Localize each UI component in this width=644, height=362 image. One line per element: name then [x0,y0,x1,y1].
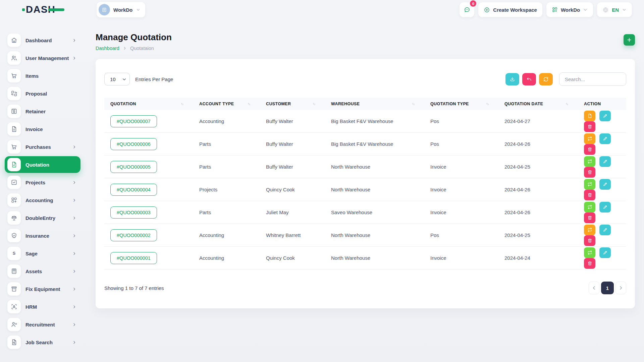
quotation-number-badge[interactable]: #QUOO000007 [110,115,157,127]
shield-icon [7,229,21,242]
delete-button[interactable] [584,213,595,223]
quotation-number-badge[interactable]: #QUOO000003 [110,206,157,219]
swap-icon [7,87,21,100]
language-menu-button[interactable]: EN [597,2,632,17]
sidebar-item-projects[interactable]: Projects [5,174,80,191]
check-square-icon [7,176,21,189]
page-number-button[interactable]: 1 [601,282,614,294]
sidebar-item-insurance[interactable]: Insurance [5,227,80,244]
edit-button[interactable] [599,225,611,235]
entries-per-page-select[interactable]: 10 [104,73,130,85]
workspace-selector[interactable]: WorkDo [97,2,145,17]
cell-quotation-date: 2024-04-27 [498,118,578,124]
delete-button[interactable] [584,235,595,246]
cell-account-type: Projects [193,187,260,192]
next-page-button[interactable] [615,282,626,294]
chevron-right-icon [618,285,624,291]
column-header-warehouse[interactable]: WAREHOUSE [325,102,424,106]
column-header-account-type[interactable]: ACCOUNT TYPE [193,102,260,106]
chevron-right-icon [72,251,76,256]
cell-quotation-type: Pos [424,118,498,124]
sidebar-item-recruitment[interactable]: Recruitment [5,316,80,333]
workspace-menu-button[interactable]: WorkDo [546,2,593,17]
convert-button[interactable] [584,247,595,258]
add-quotation-button[interactable] [624,34,635,46]
column-header-customer[interactable]: CUSTOMER [260,102,325,106]
sidebar-item-label: Fix Equipment [25,286,60,292]
cell-quotation-date: 2024-04-25 [498,164,578,170]
sidebar-item-proposal[interactable]: Proposal [5,85,80,102]
edit-button[interactable] [599,133,611,144]
chevron-right-icon [72,198,76,202]
sidebar-item-hrm[interactable]: HRM [5,298,80,315]
undo-button[interactable] [522,73,536,85]
sidebar-item-user-management[interactable]: User Management [5,50,80,66]
convert-button[interactable] [584,156,595,167]
pencil-icon [603,204,608,209]
convert-button[interactable] [584,133,595,144]
convert-button[interactable] [584,225,595,235]
sidebar-item-fix-equipment[interactable]: Fix Equipment [5,281,80,297]
cell-quotation-type: Invoice [424,255,498,261]
sidebar-item-accounting[interactable]: Accounting [5,192,80,208]
sidebar-item-label: Accounting [25,197,53,203]
cell-account-type: Parts [193,209,260,215]
quotation-number-badge[interactable]: #QUOO000002 [110,229,157,241]
export-button[interactable] [505,73,519,85]
edit-button[interactable] [599,247,611,258]
delete-button[interactable] [584,190,595,200]
duplicate-button[interactable] [584,111,595,121]
delete-button[interactable] [584,121,595,132]
quotation-number-badge[interactable]: #QUOO000005 [110,161,157,173]
sidebar-item-retainer[interactable]: Retainer [5,103,80,120]
cell-customer: Quincy Cook [260,187,325,192]
sidebar-item-items[interactable]: Items [5,67,80,84]
chevron-right-icon [123,46,127,50]
trash-icon [587,124,592,129]
sidebar-item-sage[interactable]: S Sage [5,245,80,262]
delete-button[interactable] [584,258,595,269]
edit-button[interactable] [599,156,611,167]
breadcrumb-dashboard-link[interactable]: Dashboard [96,46,119,51]
pencil-icon [603,113,608,118]
quotation-number-badge[interactable]: #QUOO000006 [110,138,157,150]
edit-button[interactable] [599,179,611,190]
search-input[interactable] [559,72,626,86]
column-header-quotation-type[interactable]: QUOTATION TYPE [424,102,498,106]
sidebar-item-dashboard[interactable]: Dashboard [5,32,80,49]
sidebar-item-invoice[interactable]: Invoice [5,121,80,137]
file-check-icon [7,158,21,171]
sidebar-item-doubleentry[interactable]: DoubleEntry [5,209,80,226]
convert-button[interactable] [584,179,595,190]
sidebar-item-job-search[interactable]: Job Search [5,334,80,351]
delete-button[interactable] [584,167,595,178]
column-header-quotation-date[interactable]: QUOTATION DATE [498,102,578,106]
cell-warehouse: North Warehouse [325,187,424,192]
convert-icon [587,136,592,141]
convert-button[interactable] [584,202,595,213]
cart-icon [7,69,21,82]
sidebar-item-purchases[interactable]: Purchases [5,138,80,155]
quotation-number-badge[interactable]: #QUOO000001 [110,252,157,264]
create-workspace-button[interactable]: Create Workspace [478,2,542,17]
sidebar-item-label: Sage [25,251,38,256]
edit-button[interactable] [599,111,611,121]
column-header-quotation[interactable]: QUOTATION [104,102,193,106]
delete-button[interactable] [584,144,595,155]
cell-warehouse: Big Basket F&V Warehouse [325,118,424,124]
prev-page-button[interactable] [589,282,599,294]
cell-warehouse: North Warehouse [325,232,424,238]
file-icon [587,113,592,118]
cell-warehouse: Saveo Warehouse [325,209,424,215]
edit-button[interactable] [599,202,611,213]
sidebar-item-label: Purchases [25,144,51,150]
quotation-number-badge[interactable]: #QUOO000004 [110,184,157,196]
cell-quotation-type: Invoice [424,187,498,192]
workspace-menu-label: WorkDo [561,7,580,13]
sidebar-item-quotation[interactable]: Quotation [5,156,80,173]
trash-icon [587,238,592,243]
cell-warehouse: North Warehouse [325,255,424,261]
refresh-button[interactable] [539,73,553,85]
messages-button[interactable]: 0 [460,2,474,17]
sidebar-item-assets[interactable]: Assets [5,263,80,280]
